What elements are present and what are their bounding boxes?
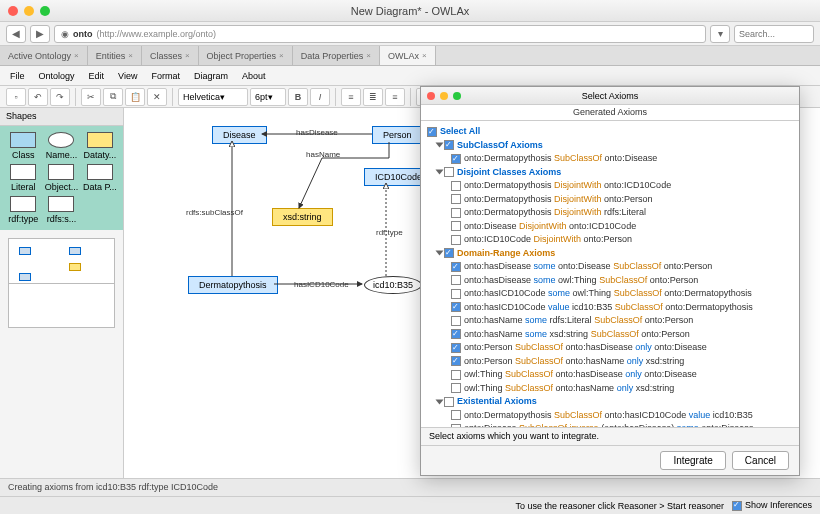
tab-active-ontology[interactable]: Active Ontology× <box>0 46 88 65</box>
axiom-tree[interactable]: Select All SubClassOf Axioms onto:Dermat… <box>421 121 799 427</box>
delete-icon[interactable]: ✕ <box>147 88 167 106</box>
checkbox[interactable] <box>451 262 461 272</box>
palette-datatype[interactable]: Dataty... <box>83 132 117 160</box>
group-existential[interactable]: Existential Axioms <box>457 396 537 406</box>
close-icon[interactable]: × <box>185 51 190 60</box>
palette-object-prop[interactable]: Object... <box>44 164 78 192</box>
tab-object-properties[interactable]: Object Properties× <box>199 46 293 65</box>
axiom-item[interactable]: onto:Disease DisjointWith onto:ICD10Code <box>451 220 793 234</box>
save-icon[interactable]: ▫ <box>6 88 26 106</box>
axiom-item[interactable]: onto:Dermatopythosis SubClassOf onto:Dis… <box>451 152 793 166</box>
palette-literal[interactable]: Literal <box>6 164 40 192</box>
italic-icon[interactable]: I <box>310 88 330 106</box>
axiom-item[interactable]: onto:Dermatopythosis DisjointWith rdfs:L… <box>451 206 793 220</box>
font-select[interactable]: Helvetica ▾ <box>178 88 248 106</box>
redo-icon[interactable]: ↷ <box>50 88 70 106</box>
dropdown-icon[interactable]: ◉ <box>61 29 69 39</box>
checkbox[interactable] <box>451 235 461 245</box>
axiom-item[interactable]: onto:hasICD10Code some owl:Thing SubClas… <box>451 287 793 301</box>
checkbox[interactable] <box>451 356 461 366</box>
axiom-item[interactable]: owl:Thing SubClassOf onto:hasDisease onl… <box>451 368 793 382</box>
palette-class[interactable]: Class <box>6 132 40 160</box>
node-person[interactable]: Person <box>372 126 423 144</box>
axiom-item[interactable]: onto:Dermatopythosis SubClassOf onto:has… <box>451 409 793 423</box>
menu-edit[interactable]: Edit <box>89 71 105 81</box>
checkbox[interactable] <box>451 343 461 353</box>
palette-named[interactable]: Name... <box>44 132 78 160</box>
palette-data-prop[interactable]: Data P... <box>83 164 117 192</box>
checkbox[interactable] <box>451 329 461 339</box>
checkbox[interactable] <box>451 316 461 326</box>
checkbox[interactable] <box>444 397 454 407</box>
checkbox[interactable] <box>451 194 461 204</box>
menu-format[interactable]: Format <box>151 71 180 81</box>
axiom-item[interactable]: onto:hasDisease some onto:Disease SubCla… <box>451 260 793 274</box>
ontology-iri-field[interactable]: ◉ onto (http://www.example.org/onto) <box>54 25 706 43</box>
close-icon[interactable]: × <box>74 51 79 60</box>
node-xsdstring[interactable]: xsd:string <box>272 208 333 226</box>
menu-diagram[interactable]: Diagram <box>194 71 228 81</box>
axiom-item[interactable]: onto:ICD10Code DisjointWith onto:Person <box>451 233 793 247</box>
cut-icon[interactable]: ✂ <box>81 88 101 106</box>
copy-icon[interactable]: ⧉ <box>103 88 123 106</box>
menu-file[interactable]: File <box>10 71 25 81</box>
checkbox[interactable] <box>444 248 454 258</box>
axiom-item[interactable]: onto:Person SubClassOf onto:hasDisease o… <box>451 341 793 355</box>
checkbox[interactable] <box>451 275 461 285</box>
select-all[interactable]: Select All <box>440 126 480 136</box>
dialog-min-icon[interactable] <box>440 92 448 100</box>
menu-ontology[interactable]: Ontology <box>39 71 75 81</box>
menu-view[interactable]: View <box>118 71 137 81</box>
expand-icon[interactable] <box>436 251 444 256</box>
tab-data-properties[interactable]: Data Properties× <box>293 46 380 65</box>
expand-icon[interactable] <box>436 143 444 148</box>
menu-about[interactable]: About <box>242 71 266 81</box>
paste-icon[interactable]: 📋 <box>125 88 145 106</box>
checkbox[interactable] <box>451 221 461 231</box>
bold-icon[interactable]: B <box>288 88 308 106</box>
axiom-item[interactable]: owl:Thing SubClassOf onto:hasName only x… <box>451 382 793 396</box>
checkbox[interactable] <box>444 167 454 177</box>
axiom-item[interactable]: onto:hasName some rdfs:Literal SubClassO… <box>451 314 793 328</box>
axiom-item[interactable]: onto:hasDisease some owl:Thing SubClassO… <box>451 274 793 288</box>
show-inferences-checkbox[interactable]: Show Inferences <box>732 500 812 511</box>
align-left-icon[interactable]: ≡ <box>341 88 361 106</box>
node-disease[interactable]: Disease <box>212 126 267 144</box>
axiom-item[interactable]: onto:Dermatopythosis DisjointWith onto:I… <box>451 179 793 193</box>
checkbox[interactable] <box>451 154 461 164</box>
axiom-item[interactable]: onto:hasName some xsd:string SubClassOf … <box>451 328 793 342</box>
tab-owlax[interactable]: OWLAx× <box>380 46 436 65</box>
checkbox[interactable] <box>444 140 454 150</box>
minimap[interactable] <box>8 238 115 328</box>
align-right-icon[interactable]: ≡ <box>385 88 405 106</box>
back-button[interactable]: ◀ <box>6 25 26 43</box>
axiom-item[interactable]: onto:Dermatopythosis DisjointWith onto:P… <box>451 193 793 207</box>
checkbox[interactable] <box>451 383 461 393</box>
forward-button[interactable]: ▶ <box>30 25 50 43</box>
checkbox[interactable] <box>451 370 461 380</box>
maximize-window-icon[interactable] <box>40 6 50 16</box>
close-window-icon[interactable] <box>8 6 18 16</box>
integrate-button[interactable]: Integrate <box>660 451 725 470</box>
expand-icon[interactable] <box>436 399 444 404</box>
expand-icon[interactable] <box>436 170 444 175</box>
checkbox[interactable] <box>451 302 461 312</box>
undo-icon[interactable]: ↶ <box>28 88 48 106</box>
close-icon[interactable]: × <box>279 51 284 60</box>
checkbox[interactable] <box>451 208 461 218</box>
checkbox[interactable] <box>451 289 461 299</box>
group-disjoint[interactable]: Disjoint Classes Axioms <box>457 167 561 177</box>
close-icon[interactable]: × <box>128 51 133 60</box>
close-icon[interactable]: × <box>422 51 427 60</box>
checkbox[interactable] <box>427 127 437 137</box>
tab-entities[interactable]: Entities× <box>88 46 142 65</box>
search-input[interactable] <box>734 25 814 43</box>
minimize-window-icon[interactable] <box>24 6 34 16</box>
palette-rdfs[interactable]: rdfs:s... <box>44 196 78 224</box>
fontsize-select[interactable]: 6pt ▾ <box>250 88 286 106</box>
node-dermato[interactable]: Dermatopythosis <box>188 276 278 294</box>
checkbox[interactable] <box>451 410 461 420</box>
checkbox[interactable] <box>451 181 461 191</box>
palette-rdftype[interactable]: rdf:type <box>6 196 40 224</box>
axiom-item[interactable]: onto:hasICD10Code value icd10:B35 SubCla… <box>451 301 793 315</box>
